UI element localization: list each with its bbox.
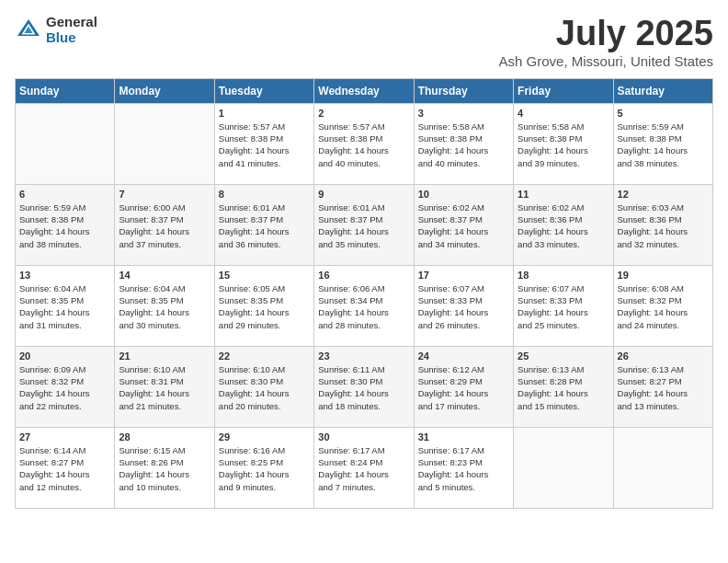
calendar-cell: 10Sunrise: 6:02 AM Sunset: 8:37 PM Dayli…: [414, 184, 513, 265]
logo-text: General Blue: [46, 15, 97, 45]
calendar-week-row: 1Sunrise: 5:57 AM Sunset: 8:38 PM Daylig…: [16, 103, 713, 184]
day-number: 5: [618, 108, 709, 119]
day-number: 20: [19, 350, 110, 362]
day-info: Sunrise: 6:02 AM Sunset: 8:37 PM Dayligh…: [418, 201, 509, 250]
day-number: 26: [618, 350, 709, 362]
day-number: 18: [518, 270, 609, 281]
logo-general-text: General: [46, 15, 97, 30]
day-info: Sunrise: 5:59 AM Sunset: 8:38 PM Dayligh…: [19, 201, 110, 250]
column-header-sunday: Sunday: [16, 78, 115, 103]
calendar-cell: [613, 427, 712, 508]
calendar-cell: 16Sunrise: 6:06 AM Sunset: 8:34 PM Dayli…: [314, 265, 414, 346]
calendar-cell: 25Sunrise: 6:13 AM Sunset: 8:28 PM Dayli…: [514, 346, 613, 427]
calendar-cell: [514, 427, 613, 508]
day-number: 2: [318, 108, 409, 119]
day-number: 17: [418, 270, 509, 281]
day-info: Sunrise: 5:57 AM Sunset: 8:38 PM Dayligh…: [318, 121, 409, 169]
logo-icon: [15, 17, 42, 44]
day-number: 25: [518, 350, 609, 362]
calendar-cell: 17Sunrise: 6:07 AM Sunset: 8:33 PM Dayli…: [414, 265, 513, 346]
calendar-table: SundayMondayTuesdayWednesdayThursdayFrid…: [15, 78, 713, 509]
day-number: 24: [418, 350, 509, 362]
day-info: Sunrise: 6:06 AM Sunset: 8:34 PM Dayligh…: [318, 282, 409, 331]
day-info: Sunrise: 6:04 AM Sunset: 8:35 PM Dayligh…: [19, 282, 110, 331]
day-number: 30: [318, 431, 409, 442]
day-number: 10: [418, 189, 509, 200]
calendar-cell: 31Sunrise: 6:17 AM Sunset: 8:23 PM Dayli…: [414, 427, 513, 508]
day-info: Sunrise: 6:07 AM Sunset: 8:33 PM Dayligh…: [518, 282, 609, 331]
column-header-thursday: Thursday: [414, 78, 513, 103]
calendar-cell: 4Sunrise: 5:58 AM Sunset: 8:38 PM Daylig…: [514, 103, 613, 184]
day-number: 19: [618, 270, 709, 281]
day-info: Sunrise: 6:03 AM Sunset: 8:36 PM Dayligh…: [618, 201, 709, 250]
column-header-saturday: Saturday: [613, 78, 712, 103]
day-number: 9: [318, 189, 409, 200]
day-info: Sunrise: 6:01 AM Sunset: 8:37 PM Dayligh…: [219, 201, 310, 250]
page-header: General Blue July 2025 Ash Grove, Missou…: [15, 15, 713, 69]
day-number: 21: [119, 350, 210, 362]
calendar-cell: 14Sunrise: 6:04 AM Sunset: 8:35 PM Dayli…: [115, 265, 214, 346]
day-info: Sunrise: 5:58 AM Sunset: 8:38 PM Dayligh…: [418, 121, 509, 169]
calendar-cell: 29Sunrise: 6:16 AM Sunset: 8:25 PM Dayli…: [214, 427, 313, 508]
day-number: 31: [418, 431, 509, 442]
calendar-cell: 18Sunrise: 6:07 AM Sunset: 8:33 PM Dayli…: [514, 265, 613, 346]
calendar-week-row: 13Sunrise: 6:04 AM Sunset: 8:35 PM Dayli…: [16, 265, 713, 346]
day-info: Sunrise: 6:17 AM Sunset: 8:24 PM Dayligh…: [318, 444, 409, 493]
calendar-cell: 2Sunrise: 5:57 AM Sunset: 8:38 PM Daylig…: [314, 103, 414, 184]
calendar-cell: 30Sunrise: 6:17 AM Sunset: 8:24 PM Dayli…: [314, 427, 414, 508]
day-number: 15: [219, 270, 310, 281]
day-info: Sunrise: 6:12 AM Sunset: 8:29 PM Dayligh…: [418, 363, 509, 412]
day-number: 3: [418, 108, 509, 119]
logo: General Blue: [15, 15, 97, 45]
calendar-week-row: 20Sunrise: 6:09 AM Sunset: 8:32 PM Dayli…: [16, 346, 713, 427]
header-row: SundayMondayTuesdayWednesdayThursdayFrid…: [16, 78, 713, 103]
day-number: 8: [219, 189, 310, 200]
calendar-cell: 22Sunrise: 6:10 AM Sunset: 8:30 PM Dayli…: [214, 346, 313, 427]
column-header-monday: Monday: [115, 78, 214, 103]
day-number: 14: [119, 270, 210, 281]
day-info: Sunrise: 6:01 AM Sunset: 8:37 PM Dayligh…: [318, 201, 409, 250]
calendar-cell: 15Sunrise: 6:05 AM Sunset: 8:35 PM Dayli…: [214, 265, 313, 346]
title-section: July 2025 Ash Grove, Missouri, United St…: [499, 15, 713, 69]
calendar-cell: 28Sunrise: 6:15 AM Sunset: 8:26 PM Dayli…: [115, 427, 214, 508]
day-info: Sunrise: 6:13 AM Sunset: 8:27 PM Dayligh…: [618, 363, 709, 412]
day-number: 27: [19, 431, 110, 442]
day-info: Sunrise: 6:14 AM Sunset: 8:27 PM Dayligh…: [19, 444, 110, 493]
calendar-week-row: 6Sunrise: 5:59 AM Sunset: 8:38 PM Daylig…: [16, 184, 713, 265]
day-info: Sunrise: 6:11 AM Sunset: 8:30 PM Dayligh…: [318, 363, 409, 412]
day-number: 4: [518, 108, 609, 119]
calendar-cell: 9Sunrise: 6:01 AM Sunset: 8:37 PM Daylig…: [314, 184, 414, 265]
day-info: Sunrise: 6:13 AM Sunset: 8:28 PM Dayligh…: [518, 363, 609, 412]
calendar-cell: 8Sunrise: 6:01 AM Sunset: 8:37 PM Daylig…: [214, 184, 313, 265]
day-number: 11: [518, 189, 609, 200]
day-info: Sunrise: 6:04 AM Sunset: 8:35 PM Dayligh…: [119, 282, 210, 331]
calendar-subtitle: Ash Grove, Missouri, United States: [499, 53, 713, 69]
day-info: Sunrise: 5:59 AM Sunset: 8:38 PM Dayligh…: [618, 121, 709, 169]
calendar-cell: [16, 103, 115, 184]
day-info: Sunrise: 6:10 AM Sunset: 8:30 PM Dayligh…: [219, 363, 310, 412]
calendar-cell: 11Sunrise: 6:02 AM Sunset: 8:36 PM Dayli…: [514, 184, 613, 265]
day-info: Sunrise: 5:58 AM Sunset: 8:38 PM Dayligh…: [518, 121, 609, 169]
calendar-cell: 27Sunrise: 6:14 AM Sunset: 8:27 PM Dayli…: [16, 427, 115, 508]
day-info: Sunrise: 6:17 AM Sunset: 8:23 PM Dayligh…: [418, 444, 509, 493]
calendar-cell: 13Sunrise: 6:04 AM Sunset: 8:35 PM Dayli…: [16, 265, 115, 346]
day-number: 29: [219, 431, 310, 442]
calendar-cell: 20Sunrise: 6:09 AM Sunset: 8:32 PM Dayli…: [16, 346, 115, 427]
calendar-cell: 19Sunrise: 6:08 AM Sunset: 8:32 PM Dayli…: [613, 265, 712, 346]
day-info: Sunrise: 6:02 AM Sunset: 8:36 PM Dayligh…: [518, 201, 609, 250]
calendar-cell: 7Sunrise: 6:00 AM Sunset: 8:37 PM Daylig…: [115, 184, 214, 265]
calendar-week-row: 27Sunrise: 6:14 AM Sunset: 8:27 PM Dayli…: [16, 427, 713, 508]
calendar-cell: 12Sunrise: 6:03 AM Sunset: 8:36 PM Dayli…: [613, 184, 712, 265]
day-number: 6: [19, 189, 110, 200]
day-info: Sunrise: 6:05 AM Sunset: 8:35 PM Dayligh…: [219, 282, 310, 331]
column-header-friday: Friday: [514, 78, 613, 103]
calendar-cell: 5Sunrise: 5:59 AM Sunset: 8:38 PM Daylig…: [613, 103, 712, 184]
day-info: Sunrise: 6:15 AM Sunset: 8:26 PM Dayligh…: [119, 444, 210, 493]
column-header-wednesday: Wednesday: [314, 78, 414, 103]
day-number: 7: [119, 189, 210, 200]
day-number: 28: [119, 431, 210, 442]
calendar-title: July 2025: [499, 15, 713, 53]
day-info: Sunrise: 6:09 AM Sunset: 8:32 PM Dayligh…: [19, 363, 110, 412]
day-number: 13: [19, 270, 110, 281]
day-number: 12: [618, 189, 709, 200]
